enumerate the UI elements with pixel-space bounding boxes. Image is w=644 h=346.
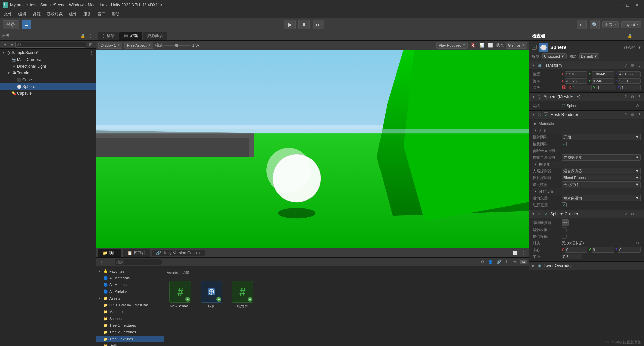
breadcrumb-scenes[interactable]: 场景 <box>182 270 189 275</box>
meshrenderer-options-icon[interactable]: ⚙ <box>630 112 635 117</box>
display-dropdown[interactable]: Display 1 ▼ <box>98 42 122 49</box>
mute-icon[interactable]: 🔇 <box>470 42 477 49</box>
spherecollider-enabled[interactable]: ✓ <box>544 212 548 216</box>
signin-button[interactable]: 登录 <box>3 20 19 29</box>
sidebar-tree2-textures[interactable]: 📁 Tree 2_Textures <box>96 329 164 336</box>
tab-store[interactable]: 资源商店 <box>143 32 167 40</box>
play-button[interactable]: ▶ <box>284 20 296 29</box>
cloud-button[interactable]: ☁ <box>22 20 31 29</box>
hierarchy-maincamera-item[interactable]: 📷 Main Camera <box>0 56 96 63</box>
center-z[interactable]: 0 <box>618 247 641 253</box>
project-person-icon[interactable]: 👤 <box>487 259 494 265</box>
sidebar-all-materials[interactable]: 🔵 All Materials <box>96 275 164 281</box>
tab-project[interactable]: 📁 项目 <box>98 249 121 257</box>
search-button[interactable]: 🔍 <box>590 20 600 29</box>
spherecollider-menu-icon[interactable]: ⋮ <box>637 211 642 217</box>
transform-header[interactable]: ▼ ⊞ Transform ? ⚙ ⋮ <box>529 61 644 69</box>
hierarchy-menu-icon[interactable]: ⋮ <box>87 33 94 39</box>
layer-dropdown[interactable]: Default ▼ <box>579 53 599 59</box>
anchor-override-dropdown[interactable]: 无 (变换) ▼ <box>562 181 641 188</box>
center-x[interactable]: 0 <box>565 247 587 253</box>
dynamic-occlusion-checkbox[interactable]: ✓ <box>562 202 567 207</box>
maximize-icon[interactable]: ⬜ <box>487 42 494 49</box>
terrain-expand-arrow[interactable]: ▼ <box>7 71 11 75</box>
receive-gi-dropdown[interactable]: 光照探测器 ▼ <box>562 154 641 161</box>
layout-dropdown[interactable]: Layout ▼ <box>621 21 641 28</box>
meshrenderer-menu-icon[interactable]: ⋮ <box>637 112 642 117</box>
transform-help-icon[interactable]: ? <box>623 63 628 68</box>
menu-help[interactable]: 帮助 <box>109 10 122 18</box>
mesh-select-icon[interactable]: ⊙ <box>634 102 641 109</box>
project-search-input[interactable] <box>115 259 162 265</box>
pos-z[interactable]: 4.81863 <box>618 71 641 77</box>
sidebar-all-models[interactable]: 🔵 All Models <box>96 281 164 288</box>
sidebar-materials[interactable]: 📁 Materials <box>96 308 164 315</box>
scale-z[interactable]: 1 <box>620 85 641 90</box>
project-chain-icon[interactable]: 🔗 <box>496 259 502 265</box>
light-probes-dropdown[interactable]: 混合探测器 ▼ <box>562 168 641 174</box>
sidebar-assets[interactable]: ▼ 📁 Assets <box>96 295 164 302</box>
lighting-section[interactable]: ▼ 照明 <box>532 127 641 134</box>
sidebar-tree1-textures[interactable]: 📁 Tree 1_Textures <box>96 322 164 329</box>
project-add-button[interactable]: + <box>98 259 105 265</box>
probes-section[interactable]: ▼ 探测器 <box>532 161 641 168</box>
meshfilter-header[interactable]: ▼ ⬡ Sphere (Mesh Filter) ? ⚙ ⋮ <box>529 93 644 101</box>
center-y[interactable]: 0 <box>592 247 614 253</box>
project-info-icon[interactable]: ℹ <box>504 259 510 265</box>
rot-z[interactable]: 5.851 <box>618 78 641 84</box>
hierarchy-capsule-item[interactable]: 💊 Capsule <box>0 90 96 97</box>
menu-component[interactable]: 组件 <box>66 10 80 18</box>
physic-material-select[interactable]: ⊙ <box>634 240 641 246</box>
play-focused-dropdown[interactable]: Play Focused ▼ <box>436 42 468 49</box>
inspector-menu-icon[interactable]: ⋮ <box>635 33 641 39</box>
add-gameobject-button[interactable]: + <box>2 41 9 48</box>
meshfilter-menu-icon[interactable]: ⋮ <box>637 94 642 100</box>
hierarchy-cube-item[interactable]: ⬛ Cube <box>0 77 96 83</box>
object-enabled-checkbox[interactable]: ✓ <box>532 45 537 50</box>
menu-gameobject[interactable]: 游戏对象 <box>44 10 66 18</box>
project-minus-button[interactable]: — <box>107 259 113 265</box>
newbehav-add-btn[interactable]: + <box>185 297 190 302</box>
menu-services[interactable]: 服务 <box>80 10 94 18</box>
zoom-slider[interactable] <box>164 45 191 46</box>
sidebar-tree-textures[interactable]: 📁 Tree_Textures <box>96 336 164 342</box>
pos-x[interactable]: 5.97666 <box>565 71 587 77</box>
inspector-lock-icon[interactable]: 🔒 <box>626 33 633 39</box>
tab-console[interactable]: 📋 控制台 <box>123 249 150 257</box>
menu-assets[interactable]: 资源 <box>30 10 43 18</box>
sidebar-all-prefabs[interactable]: 🔵 All Prefabs <box>96 288 164 295</box>
asset-findperson[interactable]: # + 找异性 <box>229 281 256 309</box>
collider-radius[interactable]: 0.5 <box>562 254 582 259</box>
edit-collider-btn[interactable]: ✏ <box>562 219 569 226</box>
tab-game[interactable]: 🎮 游戏 <box>119 32 142 40</box>
hierarchy-scene-item[interactable]: ▼ ⬡ SampleScene* ⋮ <box>0 49 96 56</box>
spherecollider-options-icon[interactable]: ⚙ <box>630 211 635 217</box>
transform-menu-icon[interactable]: ⋮ <box>637 63 642 68</box>
sidebar-scenes[interactable]: 📁 Scenes <box>96 315 164 322</box>
close-button[interactable]: ✕ <box>633 2 641 8</box>
spherecollider-help-icon[interactable]: ? <box>623 211 628 217</box>
static-dropdown[interactable]: ▼ <box>638 45 641 49</box>
hierarchy-terrain-item[interactable]: ▼ 🏔 Terrain <box>0 70 96 77</box>
hierarchy-dirlight-item[interactable]: ☀ Directional Light <box>0 63 96 70</box>
menu-file[interactable]: 文件 <box>1 10 15 18</box>
reflection-probes-dropdown[interactable]: Blend Probes ▼ <box>562 175 641 180</box>
tab-scene[interactable]: ⬡ 场景 <box>98 32 119 40</box>
menu-window[interactable]: 窗口 <box>95 10 108 18</box>
is-trigger-checkbox[interactable] <box>562 227 567 232</box>
provide-contacts-checkbox[interactable] <box>562 234 567 239</box>
sidebar-favorites[interactable]: ▼ ⭐ Favorites <box>96 268 164 275</box>
aspect-dropdown[interactable]: Free Aspect ▼ <box>124 42 153 49</box>
cast-shadows-dropdown[interactable]: 开启 ▼ <box>562 134 641 140</box>
hierarchy-search-input[interactable] <box>15 42 86 48</box>
menu-edit[interactable]: 编辑 <box>16 10 29 18</box>
spherecollider-header[interactable]: ▼ ○ ✓ Sphere Collider ? ⚙ ⋮ <box>529 210 644 218</box>
gizmos-dropdown[interactable]: Gizmos ▼ <box>506 42 527 49</box>
project-filter-icon[interactable]: ⚙ <box>479 259 486 265</box>
meshrenderer-help-icon[interactable]: ? <box>623 112 628 117</box>
scale-x[interactable]: 1 <box>572 85 592 90</box>
panel-maximize-icon[interactable]: ⬜ <box>512 250 519 256</box>
motion-vectors-dropdown[interactable]: 每对象运动 ▼ <box>562 195 641 201</box>
stats-icon[interactable]: 📊 <box>479 42 485 49</box>
maximize-button[interactable]: □ <box>624 2 632 8</box>
